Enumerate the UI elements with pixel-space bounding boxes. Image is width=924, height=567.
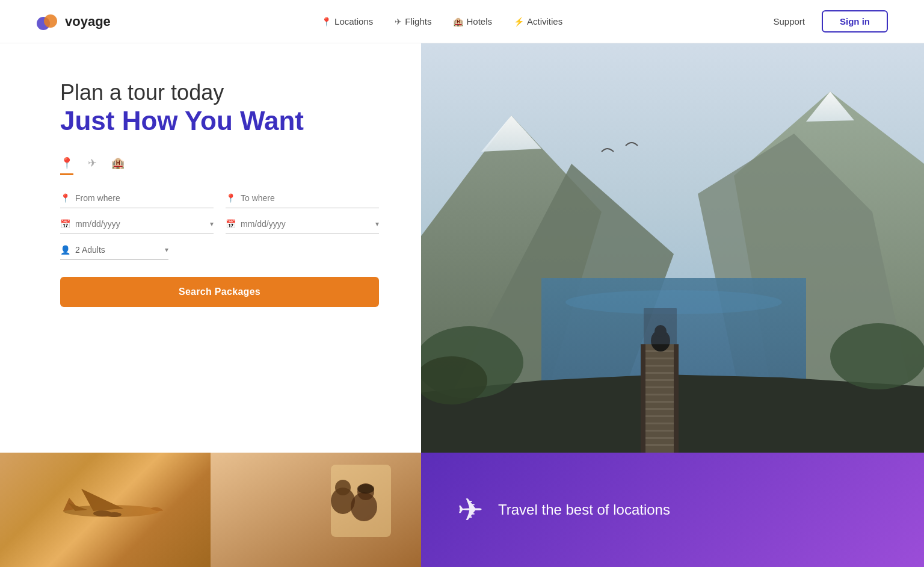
svg-rect-31: [644, 308, 677, 344]
signin-button[interactable]: Sign in: [822, 10, 888, 33]
svg-point-41: [335, 480, 351, 495]
support-link[interactable]: Support: [773, 16, 805, 26]
svg-point-44: [357, 484, 374, 494]
search-packages-button[interactable]: Search Packages: [60, 277, 379, 307]
location-pin-icon: 📍: [321, 17, 331, 26]
tab-flights[interactable]: ✈: [88, 156, 97, 175]
person-icon: 👤: [60, 245, 70, 255]
svg-rect-14: [642, 358, 678, 359]
right-panel: [421, 43, 924, 453]
svg-rect-15: [642, 365, 678, 367]
svg-rect-28: [674, 344, 679, 453]
from-pin-icon: 📍: [60, 193, 70, 203]
svg-rect-25: [642, 437, 678, 439]
end-date-input[interactable]: [241, 219, 371, 229]
airplane-image: [0, 453, 211, 567]
start-date-group: 📅 ▾: [60, 219, 214, 234]
nav-activities[interactable]: ⚡ Activities: [514, 16, 562, 26]
to-where-input[interactable]: [241, 193, 379, 203]
start-date-input[interactable]: [75, 219, 205, 229]
from-where-group: 📍: [60, 193, 214, 208]
cta-airplane-icon: ✈: [457, 492, 484, 528]
mountain-scene: [421, 43, 924, 453]
tagline-sub: Plan a tour today: [60, 79, 379, 105]
from-where-input[interactable]: [75, 193, 214, 203]
travel-cta-text: Travel the best of locations: [498, 501, 670, 518]
tab-locations[interactable]: 📍: [60, 156, 73, 175]
logo[interactable]: voyage: [36, 13, 111, 31]
svg-rect-24: [642, 430, 678, 432]
svg-point-34: [830, 323, 924, 389]
adults-group: 👤 1 Adult 2 Adults 3 Adults 4 Adults 5+ …: [60, 245, 168, 260]
svg-rect-22: [642, 415, 678, 417]
svg-rect-21: [642, 408, 678, 410]
svg-rect-27: [641, 344, 645, 453]
nav-flights[interactable]: ✈ Flights: [395, 16, 431, 26]
nav-activities-label: Activities: [527, 16, 562, 26]
logo-text: voyage: [65, 14, 111, 29]
search-form: 📍 📍 📅 ▾ 📅 ▾: [60, 193, 379, 307]
to-where-group: 📍: [226, 193, 379, 208]
calendar-start-icon: 📅: [60, 219, 70, 229]
tab-location-icon: 📍: [60, 156, 73, 170]
header-right: Support Sign in: [773, 10, 888, 33]
tab-hotels[interactable]: 🏨: [111, 156, 125, 175]
svg-rect-18: [642, 386, 678, 388]
nav-flights-label: Flights: [405, 16, 431, 26]
svg-point-37: [107, 512, 122, 517]
date-start-dropdown-icon: ▾: [210, 220, 214, 228]
main-layout: Plan a tour today Just How You Want 📍 ✈ …: [0, 43, 924, 453]
tagline-main: Just How You Want: [60, 105, 379, 137]
main-nav: 📍 Locations ✈ Flights 🏨 Hotels ⚡ Activit…: [321, 16, 562, 26]
to-pin-icon: 📍: [226, 193, 236, 203]
adults-row: 👤 1 Adult 2 Adults 3 Adults 4 Adults 5+ …: [60, 245, 379, 260]
svg-rect-20: [642, 401, 678, 403]
adults-select[interactable]: 1 Adult 2 Adults 3 Adults 4 Adults 5+ Ad…: [75, 245, 160, 255]
svg-rect-23: [642, 423, 678, 424]
bottom-section: ✈ Travel the best of locations: [0, 453, 924, 567]
main-header: voyage 📍 Locations ✈ Flights 🏨 Hotels ⚡ …: [0, 0, 924, 43]
people-silhouette: [211, 453, 421, 567]
svg-rect-26: [642, 444, 678, 446]
svg-rect-19: [642, 394, 678, 395]
tab-hotel-icon: 🏨: [111, 156, 125, 170]
nav-hotels-label: Hotels: [466, 16, 492, 26]
adults-dropdown-icon: ▾: [165, 246, 168, 254]
tab-flight-icon: ✈: [88, 156, 97, 170]
nav-locations-label: Locations: [334, 16, 373, 26]
svg-rect-12: [644, 344, 677, 453]
logo-icon: [36, 13, 60, 31]
location-row: 📍 📍: [60, 193, 379, 208]
date-end-dropdown-icon: ▾: [375, 220, 379, 228]
travel-cta-panel: ✈ Travel the best of locations: [421, 453, 924, 567]
hotel-icon: 🏨: [453, 17, 463, 26]
airplane-silhouette-icon: [45, 480, 165, 540]
date-row: 📅 ▾ 📅 ▾: [60, 219, 379, 234]
svg-point-1: [44, 14, 57, 28]
left-panel: Plan a tour today Just How You Want 📍 ✈ …: [0, 43, 421, 453]
calendar-end-icon: 📅: [226, 219, 236, 229]
search-tabs: 📍 ✈ 🏨: [60, 156, 379, 175]
people-image: [211, 453, 421, 567]
nav-locations[interactable]: 📍 Locations: [321, 16, 373, 26]
svg-rect-16: [642, 372, 678, 374]
bottom-images: [0, 453, 421, 567]
nav-hotels[interactable]: 🏨 Hotels: [453, 16, 492, 26]
flight-icon: ✈: [395, 17, 402, 26]
activities-icon: ⚡: [514, 17, 524, 26]
end-date-group: 📅 ▾: [226, 219, 379, 234]
svg-rect-17: [642, 379, 678, 381]
